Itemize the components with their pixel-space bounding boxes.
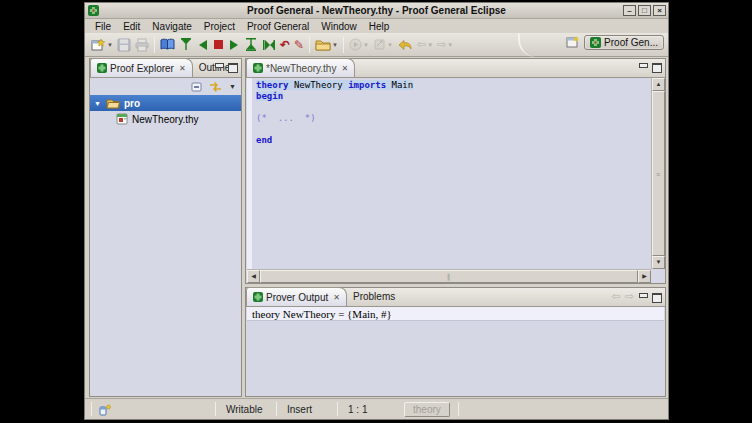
maximize-button[interactable]: □: [638, 5, 651, 16]
tree-item-file[interactable]: NewTheory.thy: [90, 111, 241, 127]
external-tools-icon: [373, 38, 386, 51]
pen-icon: ✎: [294, 39, 304, 51]
run-icon: [349, 38, 362, 51]
theory-mode-button[interactable]: theory: [404, 402, 450, 417]
tab-prover-output[interactable]: Prover Output ✕: [246, 287, 347, 306]
tab-problems[interactable]: Problems: [347, 287, 401, 306]
process-all-button[interactable]: [260, 35, 278, 55]
close-editor-icon[interactable]: ✕: [341, 64, 348, 73]
theory-file-icon: [116, 113, 128, 125]
expander-icon[interactable]: ▼: [94, 100, 102, 107]
new-wizard-button[interactable]: ▼: [89, 35, 115, 55]
editor-tab-label: *NewTheory.thy: [266, 63, 336, 74]
minimize-editor-icon[interactable]: [638, 62, 648, 71]
close-tab-icon[interactable]: ✕: [179, 64, 186, 73]
open-file-dropdown-icon[interactable]: ▼: [332, 42, 338, 48]
prover-output-panel: Prover Output ✕ Problems ⇦ ⇨ theory NewT…: [245, 287, 666, 397]
activate-scripting-button[interactable]: ✎: [292, 35, 306, 55]
scroll-left-icon[interactable]: ◀: [247, 270, 260, 283]
folder-icon: [315, 38, 331, 51]
scroll-down-icon[interactable]: ▼: [652, 256, 665, 269]
back-button-disabled[interactable]: ⇦ ▼: [415, 35, 435, 55]
output-tab-row: Prover Output ✕ Problems ⇦ ⇨: [246, 288, 665, 307]
status-writable: Writable: [216, 404, 276, 415]
keyword-theory: theory: [256, 80, 289, 90]
keyword-end: end: [256, 135, 272, 145]
horizontal-scrollbar[interactable]: ◀ ∥ ▶: [247, 269, 651, 282]
prover-output-content[interactable]: theory NewTheory = {Main, #}: [247, 307, 664, 395]
horizontal-scrollbar-thumb[interactable]: ∥: [260, 270, 638, 283]
maximize-output-icon[interactable]: [652, 292, 662, 301]
last-edit-location-button[interactable]: [395, 35, 415, 55]
interrupt-button[interactable]: [211, 35, 226, 55]
title-bar[interactable]: Proof General - NewTheory.thy - Proof Ge…: [85, 3, 668, 19]
menu-project[interactable]: Project: [198, 21, 241, 32]
collapse-all-icon[interactable]: [191, 81, 203, 93]
menu-window[interactable]: Window: [315, 21, 363, 32]
window-title: Proof General - NewTheory.thy - Proof Ge…: [85, 5, 668, 16]
proof-explorer-tab-icon: [97, 63, 107, 73]
forward-button-disabled[interactable]: ⇨ ▼: [435, 35, 455, 55]
blank-line: [256, 102, 413, 113]
menu-edit[interactable]: Edit: [117, 21, 146, 32]
minimize-button[interactable]: –: [623, 5, 636, 16]
open-perspective-icon[interactable]: [566, 36, 580, 49]
open-goals-button[interactable]: [158, 35, 177, 55]
menu-navigate[interactable]: Navigate: [146, 21, 197, 32]
view-menu-icon[interactable]: ▼: [229, 83, 236, 90]
code-editor[interactable]: theory NewTheory imports Main begin (* .…: [247, 78, 651, 269]
keyword-begin: begin: [256, 91, 283, 101]
menu-file[interactable]: File: [89, 21, 117, 32]
close-button[interactable]: ×: [653, 5, 666, 16]
main-toolbar: ▼: [85, 33, 668, 57]
print-button[interactable]: [133, 35, 151, 55]
project-label: pro: [124, 98, 140, 109]
next-step-button[interactable]: [226, 35, 242, 55]
maximize-editor-icon[interactable]: [652, 62, 662, 71]
output-forward-icon[interactable]: ⇨: [625, 291, 634, 302]
perspective-proof-general-button[interactable]: Proof Gen...: [584, 35, 664, 50]
close-output-icon[interactable]: ✕: [333, 293, 340, 302]
retract-all-button[interactable]: [177, 35, 195, 55]
undo-arrow-icon: ↶: [280, 39, 290, 51]
right-triangle-icon: [228, 39, 240, 51]
menu-proof-general[interactable]: Proof General: [241, 21, 315, 32]
external-tools-button-disabled[interactable]: ▼: [371, 35, 395, 55]
minimize-output-icon[interactable]: [638, 292, 648, 301]
status-bar: Writable Insert 1 : 1 theory: [85, 398, 668, 419]
back-bent-arrow-icon: [397, 39, 413, 51]
problems-tab-label: Problems: [353, 291, 395, 302]
back-dropdown-icon: ▼: [427, 42, 433, 48]
run-button-disabled[interactable]: ▼: [347, 35, 371, 55]
back-arrow-icon: ⇦: [417, 39, 426, 50]
blank-line: [256, 124, 413, 135]
tab-editor-newtheory[interactable]: *NewTheory.thy ✕: [246, 58, 355, 77]
scroll-up-icon[interactable]: ▲: [652, 78, 665, 91]
fast-view-icon[interactable]: [98, 403, 111, 416]
scroll-right-icon[interactable]: ▶: [638, 270, 651, 283]
stop-square-icon: [213, 39, 224, 50]
goto-target-button[interactable]: [242, 35, 260, 55]
new-wizard-dropdown-icon[interactable]: ▼: [107, 42, 113, 48]
retract-button[interactable]: ↶: [278, 35, 292, 55]
undo-step-button[interactable]: [195, 35, 211, 55]
menu-help[interactable]: Help: [363, 21, 396, 32]
toolbar-separator: [154, 37, 155, 53]
vertical-scrollbar[interactable]: ▲ ≡ ▼: [651, 78, 664, 269]
run-dropdown-icon: ▼: [363, 42, 369, 48]
minimize-view-icon[interactable]: [214, 62, 224, 71]
save-button[interactable]: [115, 35, 133, 55]
maximize-view-icon[interactable]: [228, 62, 238, 71]
open-file-button[interactable]: ▼: [313, 35, 340, 55]
comment-placeholder: (* ... *): [256, 113, 316, 123]
vertical-scrollbar-thumb[interactable]: ≡: [652, 91, 665, 256]
link-with-editor-icon[interactable]: [209, 81, 222, 93]
output-back-icon[interactable]: ⇦: [612, 291, 621, 302]
tab-proof-explorer[interactable]: Proof Explorer ✕: [90, 58, 193, 77]
proof-explorer-tab-label: Proof Explorer: [110, 63, 174, 74]
explorer-tab-row: Proof Explorer ✕ Outline: [90, 59, 241, 78]
tree-item-project[interactable]: ▼ pro: [90, 95, 241, 111]
keyword-imports: imports: [348, 80, 386, 90]
proof-general-perspective-icon: [590, 37, 601, 48]
application-window: Proof General - NewTheory.thy - Proof Ge…: [84, 2, 669, 420]
